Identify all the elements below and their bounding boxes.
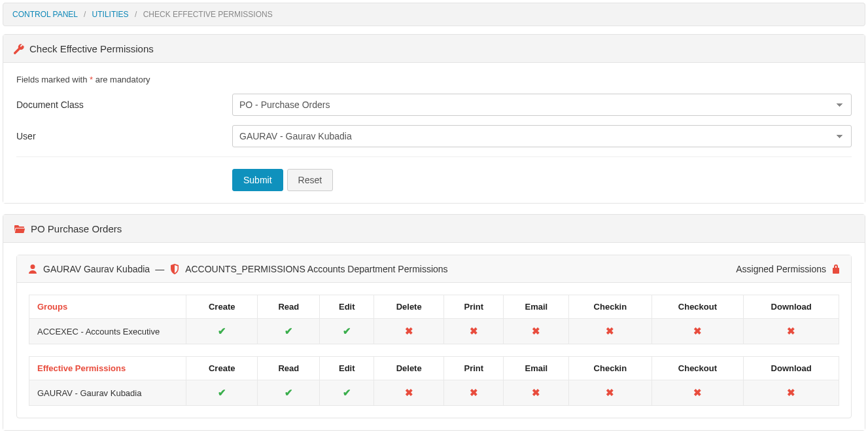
perm-cell: ✖ [744,380,839,406]
perm-cell: ✖ [374,380,444,406]
table-row: GAURAV - Gaurav Kubadia ✔ ✔ ✔ ✖ ✖ ✖ ✖ ✖ … [29,380,839,406]
table-row: ACCEXEC - Accounts Executive ✔ ✔ ✔ ✖ ✖ ✖… [29,319,839,344]
effective-header: Effective Permissions [29,357,186,380]
breadcrumb-sep: / [135,10,137,19]
breadcrumb-link-control-panel[interactable]: CONTROL PANEL [12,10,78,19]
perm-cell: ✖ [569,380,651,406]
table-header-row: Effective Permissions Create Read Edit D… [29,357,839,380]
effective-user-name: GAURAV - Gaurav Kubadia [29,380,186,406]
groups-permissions-table: Groups Create Read Edit Delete Print Ema… [29,295,839,344]
results-panel: PO Purchase Orders GAURAV Gaurav Kubadia… [3,214,865,431]
perm-cell: ✖ [651,319,744,344]
user-permissions-panel: GAURAV Gaurav Kubadia — ACCOUNTS_PERMISS… [16,255,852,418]
perm-cell: ✔ [258,380,320,406]
results-title: PO Purchase Orders [31,223,122,234]
groups-header: Groups [29,295,186,319]
perm-cell: ✖ [444,380,504,406]
perm-cell: ✖ [374,319,444,344]
breadcrumb: CONTROL PANEL / UTILITIES / CHECK EFFECT… [3,3,865,26]
submit-button[interactable]: Submit [232,169,283,191]
document-class-select[interactable]: PO - Purchase Orders [232,94,852,116]
breadcrumb-current: CHECK EFFECTIVE PERMISSIONS [143,10,273,19]
dash-sep: — [155,264,164,274]
panel-title: Check Effective Permissions [29,43,154,54]
perm-cell: ✔ [320,380,374,406]
perm-cell: ✖ [504,380,569,406]
perm-cell: ✖ [504,319,569,344]
wrench-icon [14,43,24,54]
effective-permissions-table: Effective Permissions Create Read Edit D… [29,356,839,406]
check-permissions-panel: Check Effective Permissions Fields marke… [3,34,865,204]
breadcrumb-link-utilities[interactable]: UTILITIES [92,10,129,19]
user-icon [27,263,38,274]
assigned-permissions-label: Assigned Permissions [736,264,826,274]
reset-button[interactable]: Reset [287,169,334,191]
table-header-row: Groups Create Read Edit Delete Print Ema… [29,295,839,319]
panel-header: Check Effective Permissions [3,35,865,63]
perm-cell: ✔ [186,319,258,344]
breadcrumb-sep: / [84,10,86,19]
perm-cell: ✔ [320,319,374,344]
user-label: User [16,131,232,141]
mandatory-note: Fields marked with * are mandatory [16,75,852,84]
group-name: ACCEXEC - Accounts Executive [29,319,186,344]
perm-cell: ✔ [258,319,320,344]
role-display: ACCOUNTS_PERMISSIONS Accounts Department… [185,264,447,274]
user-display: GAURAV Gaurav Kubadia [43,264,150,274]
document-class-label: Document Class [16,100,232,110]
shield-icon [169,263,180,274]
perm-cell: ✖ [444,319,504,344]
perm-cell: ✖ [651,380,744,406]
results-panel-header: PO Purchase Orders [3,215,865,243]
folder-open-icon [14,223,26,234]
perm-cell: ✔ [186,380,258,406]
lock-icon [831,263,841,274]
perm-cell: ✖ [744,319,839,344]
perm-cell: ✖ [569,319,651,344]
user-select[interactable]: GAURAV - Gaurav Kubadia [232,125,852,147]
